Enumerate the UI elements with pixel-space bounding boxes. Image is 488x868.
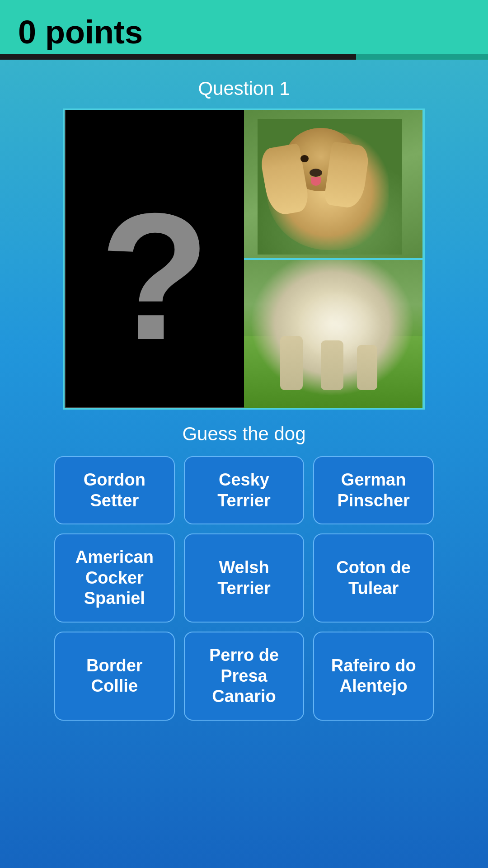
progress-bar-container	[0, 54, 488, 60]
main-content: Question 1	[0, 60, 488, 730]
answer-gordon-setter[interactable]: Gordon Setter	[54, 456, 175, 524]
image-cell-top-left	[244, 110, 423, 259]
header: 0 points	[0, 0, 488, 60]
question-label: Question 1	[198, 78, 290, 99]
answer-cesky-terrier[interactable]: Cesky Terrier	[184, 456, 305, 524]
image-grid: ?	[63, 108, 425, 410]
answer-coton-de-tulear[interactable]: Coton de Tulear	[313, 533, 434, 623]
image-cell-bottom-left	[244, 259, 423, 408]
points-display: 0 points	[18, 14, 470, 51]
answer-american-cocker-spaniel[interactable]: American Cocker Spaniel	[54, 533, 175, 623]
guess-prompt: Guess the dog	[182, 423, 305, 445]
progress-bar	[0, 54, 356, 60]
question-mark-top: ?	[99, 186, 210, 367]
image-cell-top-right: ?	[65, 110, 244, 408]
answer-perro-de-presa-canario[interactable]: Perro de Presa Canario	[184, 632, 305, 721]
answer-border-collie[interactable]: Border Collie	[54, 632, 175, 721]
answer-rafeiro-do-alentejo[interactable]: Rafeiro do Alentejo	[313, 632, 434, 721]
answer-welsh-terrier[interactable]: Welsh Terrier	[184, 533, 305, 623]
answer-german-pinscher[interactable]: German Pinscher	[313, 456, 434, 524]
answer-grid: Gordon Setter Cesky Terrier German Pinsc…	[54, 456, 434, 721]
